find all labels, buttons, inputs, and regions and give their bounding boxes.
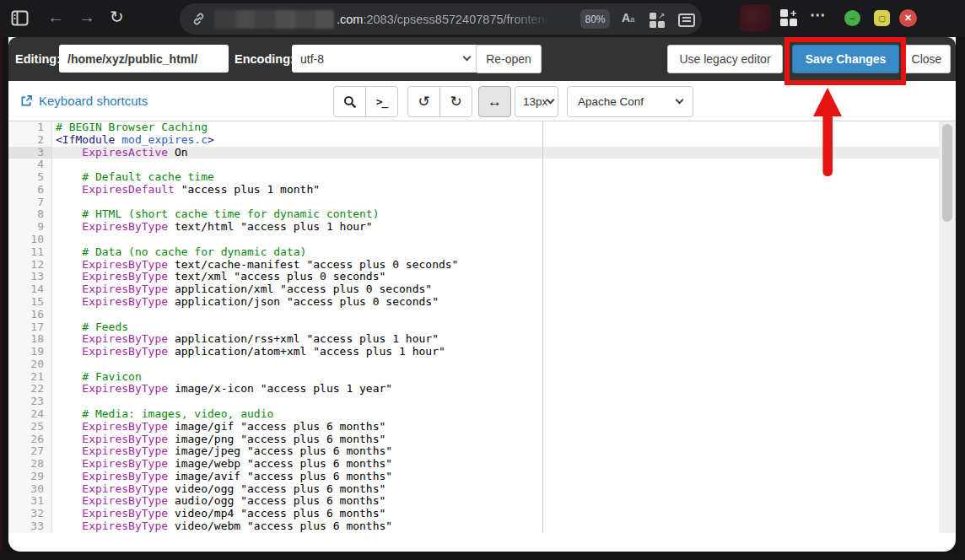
browser-menu-icon[interactable]: ⋯ [810,5,827,24]
code-line[interactable]: 23 [8,396,956,408]
code-line[interactable]: 9 ExpiresByType text/html "access plus 1… [8,221,956,234]
legacy-editor-button[interactable]: Use legacy editor [667,45,783,73]
code-line[interactable]: 11 # Data (no cache for dynamic data) [8,246,956,259]
code-line[interactable]: 6 ExpiresDefault "access plus 1 month" [8,184,956,197]
translate-icon[interactable]: Aa [622,11,634,24]
code-text: ExpiresByType text/cache-manifest "acces… [52,259,956,272]
file-path-input[interactable]: /home/xyz/public_html/ [59,45,229,73]
code-text: ExpiresDefault "access plus 1 month" [52,184,956,197]
code-line[interactable]: 22 ExpiresByType image/x-icon "access pl… [8,383,956,396]
desktop: { "browser": { "url_tld": ".com", "url_p… [0,0,965,560]
undo-button[interactable]: ↺ [407,86,440,117]
line-number: 1 [8,121,52,134]
code-line[interactable]: 25 ExpiresByType image/gif "access plus … [8,421,956,433]
code-line[interactable]: 21 # Favicon [8,371,956,384]
word-wrap-toggle[interactable]: ↔ [478,86,511,117]
code-text: ExpiresByType video/webm "access plus 6 … [52,520,956,533]
code-line[interactable]: 27 ExpiresByType image/jpeg "access plus… [8,445,956,458]
undo-icon: ↺ [418,93,429,110]
line-number: 20 [8,358,52,371]
line-number: 30 [8,483,52,496]
code-text: ExpiresByType audio/ogg "access plus 6 m… [52,495,956,508]
code-text [52,309,956,321]
code-line[interactable]: 13 ExpiresByType text/xml "access plus 0… [8,271,956,283]
terminal-button[interactable]: >_ [365,86,398,117]
address-bar[interactable]: .com:2083/cpsess8572407875/frontend 80% … [180,3,702,35]
code-text [52,197,956,209]
font-size-select[interactable]: 13px [515,86,558,117]
editor-scrollbar[interactable] [939,121,956,533]
code-line[interactable]: 4 [8,159,956,171]
search-button[interactable] [333,86,366,117]
reopen-button[interactable]: Re-open [476,45,542,73]
code-line[interactable]: 12 ExpiresByType text/cache-manifest "ac… [8,259,956,272]
code-line[interactable]: 5 # Default cache time [8,171,956,184]
line-number: 13 [8,271,52,283]
code-text: # Favicon [52,371,956,384]
browser-titlebar: ← → ↻ .com:2083/cpsess8572407875/fronten… [0,0,965,37]
close-button[interactable]: Close [903,45,951,73]
line-number: 32 [8,508,52,520]
code-line[interactable]: 7 [8,197,956,209]
code-editor[interactable]: 1# BEGIN Browser Caching2<IfModule mod_e… [8,121,956,533]
window-close-button[interactable]: ✕ [899,9,917,27]
code-line[interactable]: 24 # Media: images, video, audio [8,408,956,421]
forward-icon[interactable]: → [78,8,95,25]
code-line[interactable]: 32 ExpiresByType video/mp4 "access plus … [8,508,956,520]
code-line[interactable]: 14 ExpiresByType application/xml "access… [8,283,956,296]
redacted-avatar[interactable] [740,4,771,32]
code-line[interactable]: 29 ExpiresByType image/avif "access plus… [8,471,956,483]
code-line[interactable]: 33 ExpiresByType video/webm "access plus… [8,520,956,533]
line-number: 11 [8,246,52,259]
code-text: ExpiresByType image/x-icon "access plus … [52,383,956,396]
code-line[interactable]: 8 # HTML (short cache time for dynamic c… [8,208,956,221]
save-changes-button[interactable]: Save Changes [792,45,899,73]
code-line[interactable]: 28 ExpiresByType image/webp "access plus… [8,458,956,471]
encoding-label: Encoding: [235,37,294,81]
extensions-icon[interactable]: + [780,9,798,27]
terminal-icon: >_ [376,95,388,108]
code-line[interactable]: 18 ExpiresByType application/rss+xml "ac… [8,333,956,346]
code-line[interactable]: 15 ExpiresByType application/json "acces… [8,296,956,309]
code-line[interactable]: 20 [8,358,956,371]
code-text: ExpiresByType image/jpeg "access plus 6 … [52,445,956,458]
code-text: ExpiresByType image/webp "access plus 6 … [52,458,956,471]
code-line[interactable]: 30 ExpiresByType video/ogg "access plus … [8,483,956,496]
line-number: 2 [8,134,52,147]
zoom-level-badge[interactable]: 80% [580,9,610,29]
code-line[interactable]: 3 ExpiresActive On [8,147,956,159]
scrollbar-thumb[interactable] [942,124,952,222]
code-text: # HTML (short cache time for dynamic con… [52,208,956,221]
reload-icon[interactable]: ↻ [110,8,124,25]
search-terminal-group: >_ [333,86,398,117]
line-number: 19 [8,346,52,358]
code-line[interactable]: 2<IfModule mod_expires.c> [8,134,956,147]
code-text: <IfModule mod_expires.c> [52,134,956,147]
code-line[interactable]: 1# BEGIN Browser Caching [8,121,956,134]
code-line[interactable]: 19 ExpiresByType application/atom+xml "a… [8,346,956,358]
code-line[interactable]: 17 # Feeds [8,321,956,334]
code-line[interactable]: 16 [8,309,956,321]
syntax-select[interactable]: Apache Conf [567,86,693,117]
editor-toolbar: Keyboard shortcuts >_ ↺ ↻ ↔ 13px Apache … [8,81,956,121]
reader-mode-icon[interactable] [678,13,695,27]
line-number: 4 [8,159,52,171]
encoding-select[interactable]: utf-8 [292,45,478,73]
back-icon[interactable]: ← [47,8,64,25]
code-line[interactable]: 10 [8,234,956,246]
code-text: ExpiresByType image/png "access plus 6 m… [52,433,956,446]
line-number: 14 [8,283,52,296]
line-number: 16 [8,309,52,321]
code-area: 1# BEGIN Browser Caching2<IfModule mod_e… [8,121,956,533]
open-in-grid-icon[interactable]: ↗ [650,13,666,30]
line-number: 22 [8,383,52,396]
code-text: ExpiresByType image/avif "access plus 6 … [52,471,956,483]
code-line[interactable]: 26 ExpiresByType image/png "access plus … [8,433,956,446]
code-line[interactable]: 31 ExpiresByType audio/ogg "access plus … [8,495,956,508]
line-number: 26 [8,433,52,446]
redo-button[interactable]: ↻ [439,86,472,117]
window-maximize-button[interactable]: ▢ [874,10,890,26]
window-minimize-button[interactable]: − [844,10,860,26]
keyboard-shortcuts-link[interactable]: Keyboard shortcuts [20,81,148,121]
sidebar-panel-icon[interactable] [11,10,29,26]
